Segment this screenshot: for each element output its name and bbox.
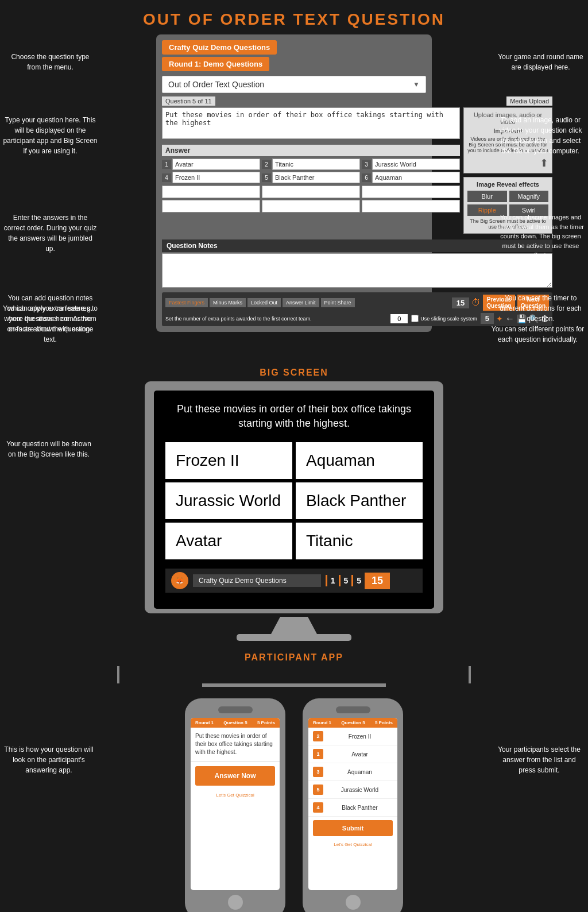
- tab-locked-out[interactable]: Locked Out: [247, 298, 281, 307]
- question-type-label: Out of Order Text Question: [168, 80, 264, 89]
- answer-input-2[interactable]: [272, 159, 360, 170]
- phone-1-question: Question 5: [223, 720, 247, 725]
- phone-2-answer-3[interactable]: 3 Aquaman: [308, 763, 397, 781]
- bottom-toolbar: Fastest Fingers Minus Marks Locked Out A…: [162, 292, 552, 326]
- breadcrumb-round[interactable]: Round 1: Demo Questions: [162, 57, 269, 71]
- badge-divider-1: [326, 575, 327, 586]
- phone-2-question: Question 5: [341, 720, 365, 725]
- phone-2-answer-list: 2 Frozen II 1 Avatar 3 Aquaman 5 Jurassi…: [308, 728, 397, 817]
- big-screen-answer-2: Aquaman: [296, 442, 423, 479]
- phone-2: Round 1 Question 5 5 Points 2 Frozen II …: [303, 698, 403, 912]
- answer-cell-5: 5: [262, 172, 360, 183]
- phone-2-submit-btn[interactable]: Submit: [313, 820, 393, 836]
- sliding-scale-checkbox[interactable]: [411, 315, 419, 322]
- sliding-scale-label: Use sliding scale system: [420, 316, 477, 322]
- effect-magnify-btn[interactable]: Magnify: [509, 191, 549, 202]
- answer-input-6[interactable]: [372, 172, 460, 183]
- tab-minus-marks[interactable]: Minus Marks: [210, 298, 246, 307]
- breadcrumb-bar: Crafty Quiz Demo Questions Round 1: Demo…: [162, 40, 426, 71]
- extra-points-input[interactable]: [390, 314, 408, 323]
- effect-blur-btn[interactable]: Blur: [467, 191, 507, 202]
- answer-num-1: 1: [162, 160, 171, 169]
- answer-num-6: 6: [362, 173, 371, 182]
- answer-input-1[interactable]: [172, 159, 260, 170]
- phone-1: Round 1 Question 5 5 Points Put these mo…: [185, 698, 285, 912]
- phone-1-home-btn[interactable]: [227, 894, 244, 911]
- participant-section: This is how your question will look on t…: [0, 687, 588, 912]
- annotation-lower-right: You can obscure images and slowly reveal…: [496, 212, 585, 260]
- footer-game-name: Crafty Quiz Demo Questions: [193, 574, 321, 587]
- answer-input-4[interactable]: [172, 172, 260, 183]
- phones-row: Round 1 Question 5 5 Points Put these mo…: [0, 698, 588, 912]
- annotation-participant-right: Your participants select the answer from…: [493, 744, 585, 775]
- media-upload-icon[interactable]: ⬆: [540, 157, 548, 169]
- notes-input[interactable]: [162, 253, 552, 288]
- monitor-base: [237, 634, 351, 641]
- badge-divider-2: [339, 575, 341, 586]
- answer-cell-2: 2: [262, 159, 360, 170]
- annotation-mid-left: Type your question here. This will be di…: [3, 115, 98, 156]
- annotation-lower-left: Enter the answers in the correct order. …: [3, 212, 98, 254]
- points-display: 5: [481, 313, 494, 324]
- badge-divider-3: [351, 575, 353, 586]
- media-section-title: Media Upload: [506, 96, 552, 106]
- extra-input-4[interactable]: [162, 200, 260, 212]
- breadcrumb-game[interactable]: Crafty Quiz Demo Questions: [162, 40, 277, 55]
- screen-question: Put these movies in order of their box o…: [165, 402, 423, 431]
- big-screen-answer-3: Jurassic World: [165, 482, 292, 519]
- phone-2-home-btn[interactable]: [345, 894, 362, 911]
- answer-input-3[interactable]: [372, 159, 460, 170]
- monitor-footer: 🦊 Crafty Quiz Demo Questions 1 5 5 15: [165, 569, 423, 593]
- big-screen-label: BIG SCREEN: [0, 368, 588, 378]
- phone-2-answer-4[interactable]: 5 Jurassic World: [308, 781, 397, 799]
- phone-1-footer: Let's Get Quizzical: [191, 790, 280, 800]
- annotation-extra-right: You can set different points for each qu…: [490, 324, 585, 345]
- answer-input-5[interactable]: [272, 172, 360, 183]
- question-type-selector[interactable]: Out of Order Text Question ▼: [162, 76, 426, 93]
- answer-cell-3: 3: [362, 159, 460, 170]
- phone-1-answer-btn[interactable]: Answer Now: [195, 766, 275, 786]
- extra-input-3[interactable]: [362, 186, 460, 198]
- extra-input-1[interactable]: [162, 186, 260, 198]
- answer-num-2: 2: [262, 160, 271, 169]
- phone-2-answer-5[interactable]: 4 Black Panther: [308, 799, 397, 817]
- notes-section: Question Notes: [162, 239, 552, 290]
- phone-2-footer: Let's Get Quizzical: [308, 840, 397, 849]
- extra-input-5[interactable]: [262, 200, 360, 212]
- annotation-extra-left: You can apply extra features to your que…: [3, 303, 98, 345]
- phone-2-round: Round 1: [313, 720, 331, 725]
- connector-2: [469, 666, 471, 683]
- annotation-top-right: Your game and round name are displayed h…: [496, 52, 585, 72]
- tab-fastest-fingers[interactable]: Fastest Fingers: [165, 298, 208, 307]
- image-reveal-title: Image Reveal effects: [467, 181, 548, 188]
- notes-label: Question Notes: [162, 239, 552, 252]
- footer-badges: 1 5 5 15: [326, 573, 390, 589]
- footer-badge-3: 5: [354, 576, 363, 585]
- timer-display: 15: [452, 297, 469, 308]
- extra-input-6[interactable]: [362, 200, 460, 212]
- extra-input-2[interactable]: [262, 186, 360, 198]
- phone-1-round: Round 1: [195, 720, 214, 725]
- annotation-bottom-right: You can set the timer to different durat…: [496, 293, 585, 324]
- phone-2-answer-1[interactable]: 2 Frozen II: [308, 728, 397, 745]
- big-screen-section: Your question will be shown on the Big S…: [0, 381, 588, 641]
- sliding-scale-check: Use sliding scale system: [411, 315, 477, 322]
- tab-point-share[interactable]: Point Share: [321, 298, 355, 307]
- dropdown-arrow-icon: ▼: [413, 80, 420, 88]
- monitor-frame: Put these movies in order of their box o…: [145, 381, 443, 613]
- monitor-stand: [271, 617, 317, 634]
- phone-1-notch: [218, 706, 253, 713]
- phone-2-header: Round 1 Question 5 5 Points: [308, 718, 397, 728]
- big-screen-answer-1: Frozen II: [165, 442, 292, 479]
- page-title: OUT OF ORDER TEXT QUESTION: [0, 0, 588, 34]
- quiz-logo: 🦊: [171, 572, 188, 589]
- answer-label: Answer: [162, 145, 460, 156]
- phone-2-notch: [336, 706, 370, 713]
- answer-num-4: 4: [162, 173, 171, 182]
- question-text-input[interactable]: Put these movies in order of their box o…: [162, 107, 460, 139]
- tab-answer-limit[interactable]: Answer Limit: [283, 298, 319, 307]
- phone-1-header: Round 1 Question 5 5 Points: [191, 718, 280, 728]
- big-screen-answer-4: Black Panther: [296, 482, 423, 519]
- answer-cell-6: 6: [362, 172, 460, 183]
- phone-2-answer-2[interactable]: 1 Avatar: [308, 745, 397, 763]
